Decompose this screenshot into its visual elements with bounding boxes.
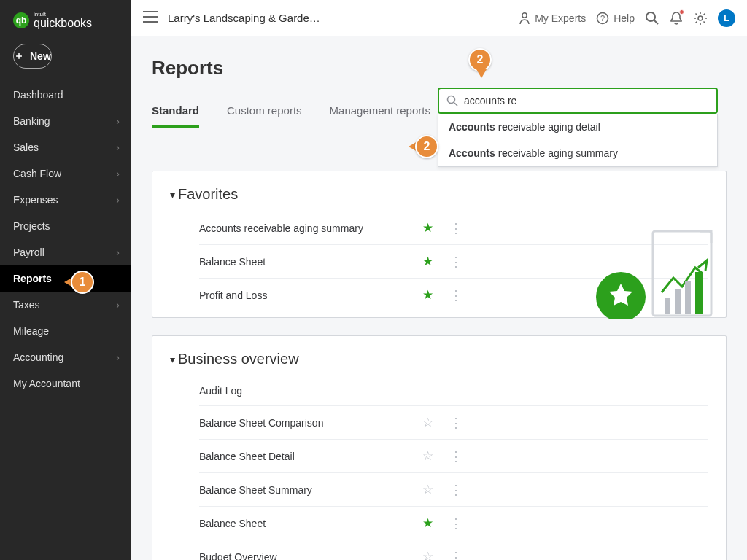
content-scroll[interactable]: ▾ Favorites Accounts receivable aging su… — [131, 153, 747, 560]
overview-panel: ▾ Business overview Audit LogBalance She… — [152, 335, 727, 560]
svg-point-0 — [522, 12, 527, 17]
new-button[interactable]: ＋ New — [13, 44, 52, 69]
more-icon[interactable]: ⋮ — [449, 450, 462, 463]
sidebar-item-label: Reports — [13, 273, 52, 284]
sidebar-item-banking[interactable]: Banking› — [0, 108, 131, 134]
chevron-down-icon: ▾ — [170, 354, 175, 365]
report-row: Audit Log — [199, 376, 708, 406]
tab-standard[interactable]: Standard — [152, 104, 199, 128]
brand-big: quickbooks — [34, 18, 92, 29]
sidebar-item-label: Taxes — [13, 299, 40, 311]
chevron-right-icon: › — [116, 168, 120, 179]
tab-management-reports[interactable]: Management reports — [330, 104, 430, 128]
hamburger-icon[interactable] — [143, 11, 158, 26]
star-icon[interactable]: ★ — [422, 287, 433, 303]
report-row: Balance Sheet★⋮ — [199, 507, 708, 540]
avatar[interactable]: L — [718, 9, 735, 27]
sidebar-item-accounting[interactable]: Accounting› — [0, 344, 131, 370]
sidebar-item-my-accountant[interactable]: My Accountant — [0, 370, 131, 397]
help-label: Help — [614, 12, 635, 24]
more-icon[interactable]: ⋮ — [449, 255, 462, 268]
chevron-right-icon: › — [116, 194, 120, 206]
sidebar-item-label: Banking — [13, 115, 50, 127]
callout-1-label: 1 — [71, 271, 94, 294]
callout-1: 1 — [64, 269, 98, 295]
report-name[interactable]: Profit and Loss — [199, 289, 418, 301]
more-icon[interactable]: ⋮ — [449, 416, 462, 429]
sidebar-item-label: My Accountant — [13, 378, 80, 389]
chevron-right-icon: › — [116, 351, 120, 363]
help-icon: ? — [596, 12, 609, 25]
report-row: Balance Sheet Comparison☆⋮ — [199, 406, 708, 440]
more-icon[interactable]: ⋮ — [449, 517, 462, 530]
star-icon[interactable]: ★ — [422, 516, 433, 531]
report-row: Profit and Loss★⋮ — [199, 279, 708, 311]
report-row: Balance Sheet Detail☆⋮ — [199, 440, 708, 473]
report-row: Balance Sheet Summary☆⋮ — [199, 473, 708, 507]
svg-point-11 — [448, 96, 455, 104]
tab-custom-reports[interactable]: Custom reports — [227, 104, 302, 128]
chevron-down-icon: ▾ — [170, 189, 175, 201]
star-icon[interactable]: ☆ — [422, 448, 433, 464]
star-icon[interactable]: ☆ — [422, 549, 433, 560]
report-search-input[interactable] — [464, 95, 709, 106]
topbar: Larry's Landscaping & Garde… My Experts … — [131, 0, 747, 36]
sidebar-item-taxes[interactable]: Taxes› — [0, 292, 131, 318]
star-icon[interactable]: ★ — [422, 220, 433, 236]
help-link[interactable]: ? Help — [596, 12, 635, 25]
brand-logo: qb intuit quickbooks — [0, 0, 131, 38]
sidebar-item-label: Sales — [13, 141, 39, 153]
star-icon[interactable]: ☆ — [422, 415, 433, 430]
report-name[interactable]: Balance Sheet — [199, 518, 418, 529]
search-suggestion[interactable]: Accounts receivable aging detail — [438, 114, 717, 140]
notification-dot-icon — [679, 9, 684, 15]
report-search-wrap: Accounts receivable aging detailAccounts… — [438, 88, 718, 167]
notifications-button[interactable] — [670, 11, 683, 26]
my-experts-link[interactable]: My Experts — [519, 12, 586, 25]
favorites-title: Favorites — [178, 186, 238, 203]
company-name[interactable]: Larry's Landscaping & Garde… — [168, 12, 320, 24]
report-name[interactable]: Balance Sheet — [199, 256, 418, 268]
overview-heading[interactable]: ▾ Business overview — [170, 351, 708, 368]
search-icon — [446, 95, 458, 106]
report-row: Accounts receivable aging summary★⋮ — [199, 211, 708, 245]
person-icon — [519, 12, 530, 25]
report-name[interactable]: Accounts receivable aging summary — [199, 222, 418, 234]
more-icon[interactable]: ⋮ — [449, 551, 462, 561]
report-name[interactable]: Audit Log — [199, 385, 418, 397]
search-suggestion[interactable]: Accounts receivable aging summary — [438, 140, 717, 166]
report-name[interactable]: Budget Overview — [199, 551, 418, 561]
sidebar-item-projects[interactable]: Projects — [0, 213, 131, 239]
sidebar-item-label: Projects — [13, 220, 50, 232]
favorites-heading[interactable]: ▾ Favorites — [170, 186, 708, 203]
favorites-panel: ▾ Favorites Accounts receivable aging su… — [152, 171, 727, 318]
more-icon[interactable]: ⋮ — [449, 222, 462, 235]
sidebar-item-cash-flow[interactable]: Cash Flow› — [0, 160, 131, 187]
search-button[interactable] — [645, 11, 659, 26]
report-name[interactable]: Balance Sheet Comparison — [199, 417, 418, 429]
report-name[interactable]: Balance Sheet Detail — [199, 451, 418, 462]
sidebar-item-label: Mileage — [13, 325, 49, 337]
sidebar-item-mileage[interactable]: Mileage — [0, 318, 131, 344]
callout-2-top: 2 — [468, 48, 495, 82]
more-icon[interactable]: ⋮ — [449, 289, 462, 302]
sidebar-item-payroll[interactable]: Payroll› — [0, 239, 131, 265]
more-icon[interactable]: ⋮ — [449, 483, 462, 497]
sidebar-item-dashboard[interactable]: Dashboard — [0, 82, 131, 108]
settings-button[interactable] — [693, 11, 708, 26]
star-icon[interactable]: ★ — [422, 254, 433, 269]
sidebar-item-expenses[interactable]: Expenses› — [0, 187, 131, 213]
report-name[interactable]: Balance Sheet Summary — [199, 484, 418, 496]
sidebar-item-label: Dashboard — [13, 89, 63, 101]
nav-list: DashboardBanking›Sales›Cash Flow›Expense… — [0, 82, 131, 397]
overview-rows: Audit LogBalance Sheet Comparison☆⋮Balan… — [170, 376, 708, 560]
chevron-right-icon: › — [116, 299, 120, 311]
callout-2-top-label: 2 — [468, 48, 492, 71]
star-icon[interactable]: ☆ — [422, 482, 433, 497]
overview-title: Business overview — [178, 351, 299, 368]
report-search-box[interactable] — [438, 88, 718, 114]
svg-point-3 — [646, 12, 655, 21]
chevron-right-icon: › — [116, 115, 120, 127]
sidebar-item-sales[interactable]: Sales› — [0, 134, 131, 160]
chevron-right-icon: › — [116, 141, 120, 153]
